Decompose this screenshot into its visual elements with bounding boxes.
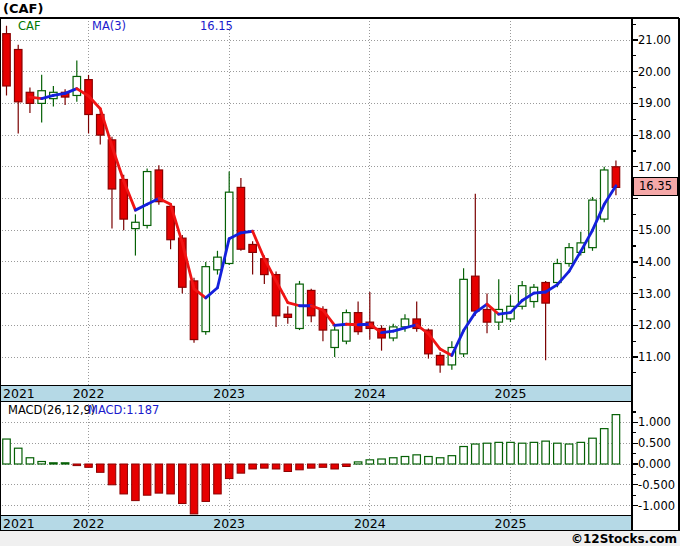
current-price-tag: 16.35 [633,177,678,196]
macd-axis-label: 1.000 [638,415,671,429]
macd-bar [50,463,58,464]
macd-bar [319,464,327,467]
macd-bar [284,464,292,471]
macd-bar [518,443,526,464]
macd-bar [167,464,175,494]
macd-bar [483,443,491,464]
candle-down [483,309,491,322]
candle-down [612,167,620,188]
candle-down [436,355,444,365]
macd-bar [554,443,562,464]
macd-bar [85,464,93,467]
macd-axis-label: 0.000 [638,457,671,471]
macd-bar [577,442,585,464]
macd-bar [179,464,187,504]
price-axis-label: 20.00 [638,65,671,79]
candle-up [460,279,468,353]
price-axis-label: 13.00 [638,287,671,301]
ma-line-segment [335,324,347,325]
macd-bar [296,464,304,470]
price-axis-label: 18.00 [638,128,671,142]
macd-bar [120,464,128,494]
candle-up [73,76,81,95]
macd-bar [272,464,280,469]
price-axis-label: 14.00 [638,255,671,269]
candle-up [343,313,351,342]
macd-params-label: MACD(26,12,9) [8,405,95,417]
macd-bar [425,457,433,464]
ma-line-segment [382,331,394,333]
candle-down [155,170,163,202]
price-axis-label: 17.00 [638,160,671,174]
macd-bar [261,464,269,468]
chart-canvas: 2021202220232024202520212022202320242025… [0,0,680,546]
macd-bar [343,464,351,466]
ma-line-segment [241,231,253,233]
macd-bar [249,464,257,469]
macd-bar [565,444,573,464]
macd-bar [73,464,81,466]
candle-down [354,313,362,332]
macd-bar [61,463,69,464]
year-label: 2022 [73,386,105,401]
candle-down [472,276,480,311]
macd-bar [97,464,105,472]
macd-bar [225,464,233,479]
macd-bar [155,464,163,493]
macd-bar [600,429,608,464]
legend-symbol: CAF [18,21,41,33]
macd-bar [366,460,374,464]
macd-bar [413,455,421,464]
year-label: 2025 [495,516,527,531]
macd-axis-label: -1.000 [638,499,675,513]
macd-axis-label: 0.500 [638,436,671,450]
macd-bar [331,464,339,469]
year-label: 2021 [3,386,35,401]
year-label: 2024 [354,386,386,401]
price-axis-label: 12.00 [638,318,671,332]
price-axis-label: 15.00 [638,223,671,237]
macd-bar [202,464,210,501]
copyright-label: ©12Stocks.com [571,533,677,545]
year-label: 2022 [73,516,105,531]
candle-down [284,314,292,317]
candle-up [331,330,339,347]
macd-bar [542,441,550,464]
macd-bar [237,464,245,473]
macd-bar [530,442,538,464]
macd-bar [390,458,398,464]
year-label: 2024 [354,516,386,531]
year-label: 2021 [3,516,35,531]
macd-bar [14,448,22,464]
macd-bar [612,415,620,464]
ma-line-segment [417,325,429,334]
year-label: 2025 [495,386,527,401]
ma-line-segment [499,313,511,315]
ma-line-segment [358,324,370,325]
candle-up [214,257,222,270]
macd-bar [307,464,315,468]
candle-down [3,34,11,86]
macd-bar [401,457,409,464]
price-axis-label: 21.00 [638,33,671,47]
macd-value-label: MACD:1.187 [88,405,159,417]
macd-bar [26,458,34,464]
candle-up [143,172,151,226]
macd-bar [108,464,116,485]
macd-bar [448,456,456,464]
candle-down [14,50,22,102]
ma-line-segment [534,292,546,293]
macd-bar [436,458,444,464]
price-axis-label: 19.00 [638,96,671,110]
macd-bar [214,464,222,494]
macd-bar [589,438,597,464]
legend-ma-label: MA(3) [92,21,126,33]
year-label: 2023 [213,386,245,401]
macd-bar [495,442,503,464]
year-label: 2023 [213,516,245,531]
macd-bar [460,447,468,464]
macd-bar [143,464,151,495]
macd-axis-label: -0.500 [638,478,675,492]
candle-down [307,290,315,315]
price-axis-label: 11.00 [638,350,671,364]
